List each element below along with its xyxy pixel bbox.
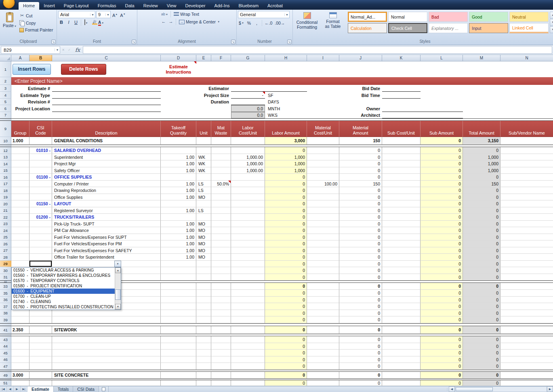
- cell-H41[interactable]: 0: [265, 326, 307, 334]
- cell-B28[interactable]: [29, 254, 52, 261]
- cell-D43[interactable]: [161, 336, 196, 343]
- cell-L21[interactable]: 0: [421, 207, 463, 214]
- cell-C38[interactable]: [52, 310, 161, 316]
- cell-J51[interactable]: 0: [339, 380, 382, 386]
- number-format-combo[interactable]: General▼: [238, 11, 290, 18]
- cell-M43[interactable]: 0: [463, 336, 500, 343]
- cell-N18[interactable]: [500, 187, 553, 194]
- cell-D31[interactable]: [161, 274, 196, 280]
- cell-L38[interactable]: 0: [421, 310, 463, 316]
- cell-A51[interactable]: [11, 380, 29, 386]
- cell-L5[interactable]: [421, 99, 463, 105]
- cell-B16[interactable]: 01100 -: [29, 174, 52, 181]
- cell-C7[interactable]: [52, 112, 161, 118]
- cell-L24[interactable]: 0: [421, 227, 463, 234]
- ribbon-tab-insert[interactable]: Insert: [39, 2, 59, 10]
- cell-L30[interactable]: 0: [421, 267, 463, 274]
- cell-E14[interactable]: WK: [196, 160, 211, 167]
- align-center-button[interactable]: [146, 19, 152, 25]
- column-header-A[interactable]: A: [11, 55, 29, 61]
- cell-N13[interactable]: [500, 154, 553, 160]
- cell-C47[interactable]: [52, 363, 161, 370]
- cell-L35[interactable]: 0: [421, 290, 463, 297]
- cell-N24[interactable]: [500, 227, 553, 234]
- cell-K43[interactable]: [382, 336, 421, 343]
- cell-N35[interactable]: [500, 290, 553, 297]
- row-header-33[interactable]: 33: [0, 283, 11, 290]
- cell-C10[interactable]: GENERAL CONDITIONS: [52, 137, 161, 145]
- copy-button[interactable]: Copy: [18, 20, 54, 26]
- format-painter-button[interactable]: Format Painter: [18, 27, 54, 33]
- row-header-31[interactable]: 31: [0, 274, 11, 280]
- cell-E43[interactable]: [196, 336, 211, 343]
- dropdown-item-5[interactable]: 01700 - CLEAN-UP: [12, 294, 115, 299]
- cell-K29[interactable]: [382, 261, 421, 267]
- row-header-12[interactable]: 12: [0, 147, 11, 154]
- row-header-20[interactable]: 20: [0, 200, 11, 207]
- cell-C21[interactable]: Registered Surveyor: [52, 207, 161, 214]
- cell-I3[interactable]: Bid Date: [307, 85, 382, 92]
- cell-H49[interactable]: 0: [265, 372, 307, 379]
- cell-A44[interactable]: [11, 343, 29, 350]
- row-header-22[interactable]: 22: [0, 214, 11, 221]
- cell-D36[interactable]: [161, 297, 196, 303]
- cell-K21[interactable]: [382, 207, 421, 214]
- row-header-45[interactable]: 45: [0, 350, 11, 356]
- cell-I35[interactable]: [307, 290, 339, 297]
- cell-B27[interactable]: [29, 247, 52, 254]
- cell-G29[interactable]: [231, 261, 265, 267]
- cell-M9[interactable]: Total Amount: [463, 121, 500, 137]
- column-header-M[interactable]: M: [463, 55, 500, 61]
- cell-J25[interactable]: 0: [339, 234, 382, 240]
- cell-G39[interactable]: [231, 316, 265, 323]
- cell-M17[interactable]: 150: [463, 181, 500, 187]
- cell-D45[interactable]: [161, 350, 196, 356]
- cell-M29[interactable]: 0: [463, 261, 500, 267]
- cell-A26[interactable]: [11, 240, 29, 247]
- cell-A10[interactable]: 1.000: [11, 137, 29, 145]
- cell-N31[interactable]: [500, 274, 553, 280]
- cell-N33[interactable]: [500, 283, 553, 290]
- cell-D16[interactable]: [161, 174, 196, 181]
- cell-F14[interactable]: [211, 160, 231, 167]
- cell-B17[interactable]: [29, 181, 52, 187]
- cell-I43[interactable]: [307, 336, 339, 343]
- cell-D49[interactable]: [161, 372, 196, 379]
- gallery-expand-icon[interactable]: ▼: [550, 26, 553, 33]
- cell-F6[interactable]: [211, 105, 231, 112]
- cell-M31[interactable]: 0: [463, 274, 500, 280]
- cell-B14[interactable]: [29, 160, 52, 167]
- cell-style-explanatory-[interactable]: Explanatory ...: [429, 23, 468, 33]
- cell-B47[interactable]: [29, 363, 52, 370]
- cell-F20[interactable]: [211, 200, 231, 207]
- currency-button[interactable]: $▼: [238, 19, 245, 26]
- cell-K51[interactable]: [382, 380, 421, 386]
- row-header-38[interactable]: 38: [0, 310, 11, 316]
- cell-A43[interactable]: [11, 336, 29, 343]
- first-sheet-button[interactable]: |◀: [0, 386, 7, 392]
- name-box[interactable]: B29▼: [1, 46, 60, 54]
- cell-A14[interactable]: [11, 160, 29, 167]
- cell-E18[interactable]: LS: [196, 187, 211, 194]
- cell-D28[interactable]: 1.00: [161, 254, 196, 261]
- cell-G46[interactable]: [231, 356, 265, 363]
- cell-G41[interactable]: [231, 326, 265, 334]
- cell-I17[interactable]: 100.00: [307, 181, 339, 187]
- cell-E27[interactable]: MO: [196, 247, 211, 254]
- cell-J16[interactable]: 0: [339, 174, 382, 181]
- cell-A4[interactable]: Estimate Type: [11, 92, 52, 99]
- row-header-14[interactable]: 14: [0, 160, 11, 167]
- cell-A9[interactable]: Group: [11, 121, 29, 137]
- cell-E7[interactable]: [196, 112, 211, 118]
- row-header-18[interactable]: 18: [0, 187, 11, 194]
- cell-H14[interactable]: 1,000: [265, 160, 307, 167]
- cell-F37[interactable]: [211, 303, 231, 310]
- cell-G4[interactable]: -: [231, 92, 265, 99]
- cell-L28[interactable]: 0: [421, 254, 463, 261]
- cell-C46[interactable]: [52, 356, 161, 363]
- cell-F27[interactable]: [211, 247, 231, 254]
- cell-J5[interactable]: [339, 99, 382, 105]
- cell-N46[interactable]: [500, 356, 553, 363]
- cell-H45[interactable]: 0: [265, 350, 307, 356]
- cell-F44[interactable]: [211, 343, 231, 350]
